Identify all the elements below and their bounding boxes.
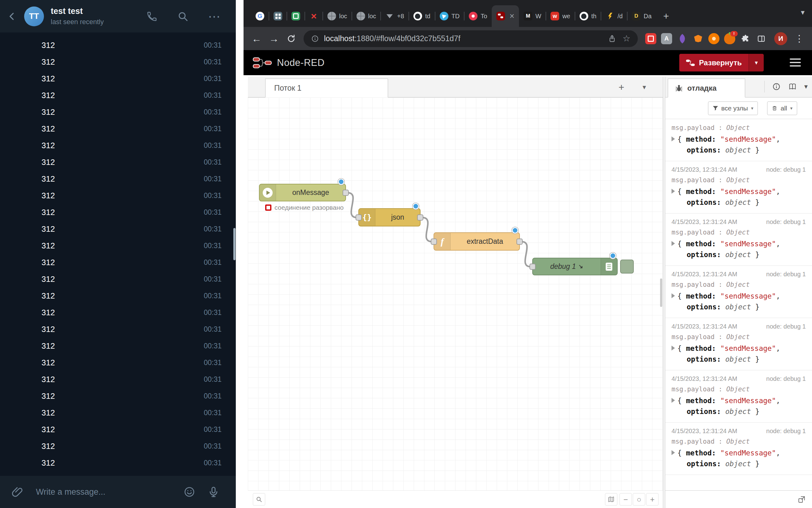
chat-message-row[interactable]: 312 00:31 bbox=[0, 221, 236, 237]
filter-nodes-button[interactable]: все узлы ▾ bbox=[708, 101, 758, 115]
tab-telegram[interactable]: TD bbox=[435, 5, 465, 27]
chat-message-row[interactable]: 312 00:31 bbox=[0, 187, 236, 204]
search-icon[interactable] bbox=[177, 10, 189, 22]
message-input[interactable] bbox=[35, 487, 171, 497]
site-info-icon[interactable] bbox=[311, 35, 319, 43]
chat-message-row[interactable]: 312 00:31 bbox=[0, 405, 236, 421]
forward-button[interactable]: → bbox=[269, 34, 279, 44]
add-flow-button[interactable]: + bbox=[614, 80, 628, 94]
tab-webstorm[interactable]: we bbox=[546, 5, 575, 27]
feather-extension-icon[interactable] bbox=[677, 33, 688, 44]
expand-caret-icon[interactable] bbox=[672, 241, 675, 246]
open-debug-window-icon[interactable] bbox=[798, 495, 806, 503]
debug-message[interactable]: 4/15/2023, 12:31:24 AM node: debug 1 msg… bbox=[665, 161, 812, 213]
chat-message-row[interactable]: 312 00:31 bbox=[0, 287, 236, 304]
chat-peer-info[interactable]: test test last seen recently bbox=[51, 6, 104, 26]
tab-red-x[interactable] bbox=[305, 5, 323, 27]
share-icon[interactable] bbox=[608, 34, 616, 43]
tab-grid-app[interactable] bbox=[269, 5, 287, 27]
output-port[interactable] bbox=[343, 189, 349, 196]
orange-extension-icon[interactable] bbox=[708, 33, 720, 44]
chat-message-row[interactable]: 312 00:31 bbox=[0, 170, 236, 187]
output-port[interactable] bbox=[417, 214, 423, 221]
main-menu-hamburger-icon[interactable] bbox=[790, 58, 801, 67]
navigator-map-button[interactable] bbox=[605, 493, 617, 506]
tab-github-td[interactable]: td bbox=[409, 5, 435, 27]
expand-caret-icon[interactable] bbox=[672, 346, 675, 350]
back-icon[interactable] bbox=[7, 11, 17, 22]
split-screen-icon[interactable] bbox=[756, 33, 767, 44]
tab-search-chevron-icon[interactable]: ▾ bbox=[801, 8, 805, 17]
canvas-scrollbar[interactable] bbox=[660, 279, 662, 307]
chat-message-row[interactable]: 312 00:31 bbox=[0, 87, 236, 103]
input-port[interactable] bbox=[529, 264, 536, 270]
flow-list-caret[interactable]: ▾ bbox=[637, 80, 651, 94]
expand-caret-icon[interactable] bbox=[672, 136, 675, 141]
tab-github-th[interactable]: th bbox=[575, 5, 601, 27]
output-port[interactable] bbox=[516, 239, 523, 245]
tab-mdn[interactable]: W bbox=[519, 5, 546, 27]
chat-message-row[interactable]: 312 00:31 bbox=[0, 103, 236, 120]
deploy-options-caret[interactable]: ▾ bbox=[749, 54, 764, 72]
translate-icon[interactable] bbox=[661, 33, 672, 44]
address-bar[interactable]: localhost:1880/#flow/4bf0d32c7b551d7f ☆ bbox=[304, 30, 638, 47]
pumpkin-extension-icon[interactable]: ! bbox=[724, 33, 735, 44]
back-button[interactable]: ← bbox=[252, 34, 261, 44]
more-menu-icon[interactable]: ⋯ bbox=[208, 10, 220, 23]
tab-red-circle[interactable]: To bbox=[464, 5, 492, 27]
attach-icon[interactable] bbox=[11, 486, 24, 498]
input-port[interactable] bbox=[431, 239, 437, 245]
zoom-out-button[interactable]: − bbox=[619, 493, 632, 506]
tab-darkapp[interactable]: Da bbox=[627, 5, 656, 27]
canvas-search-button[interactable] bbox=[253, 493, 265, 506]
node-onmessage[interactable]: onMessage bbox=[259, 184, 346, 201]
debug-message[interactable]: 4/15/2023, 12:31:24 AM node: debug 1 msg… bbox=[665, 318, 812, 370]
debug-message[interactable]: msg.payload : Object { method: "sendMess… bbox=[665, 119, 812, 161]
expand-caret-icon[interactable] bbox=[672, 398, 675, 403]
chat-message-row[interactable]: 312 00:31 bbox=[0, 70, 236, 87]
flow-tab-active[interactable]: Поток 1 bbox=[265, 79, 388, 97]
chat-message-row[interactable]: 312 00:31 bbox=[0, 237, 236, 254]
chat-message-row[interactable]: 312 00:31 bbox=[0, 371, 236, 388]
debug-enable-toggle[interactable] bbox=[620, 260, 634, 273]
tab-bolt[interactable]: /d bbox=[601, 5, 627, 27]
chat-message-row[interactable]: 312 00:31 bbox=[0, 421, 236, 438]
chat-message-row[interactable]: 312 00:31 bbox=[0, 304, 236, 321]
red-extension-icon[interactable] bbox=[645, 33, 656, 44]
avatar[interactable]: TT bbox=[24, 6, 44, 26]
zoom-in-button[interactable]: + bbox=[646, 493, 658, 506]
zoom-reset-button[interactable]: ○ bbox=[633, 493, 645, 506]
chat-scrollbar[interactable] bbox=[233, 228, 236, 260]
deploy-button[interactable]: Развернуть ▾ bbox=[679, 54, 764, 72]
message-list[interactable]: 312 00:31 312 00:31 312 00:31 312 00:31 … bbox=[0, 33, 236, 476]
chat-message-row[interactable]: 312 00:31 bbox=[0, 137, 236, 154]
flow-canvas[interactable]: onMessage соединение разорвано {} json f… bbox=[248, 97, 663, 491]
expand-caret-icon[interactable] bbox=[672, 450, 675, 455]
chat-message-row[interactable]: 312 00:31 bbox=[0, 338, 236, 354]
new-tab-button[interactable]: + bbox=[659, 9, 674, 24]
chat-message-row[interactable]: 312 00:31 bbox=[0, 388, 236, 405]
node-json[interactable]: {} json bbox=[358, 208, 421, 226]
chat-message-row[interactable]: 312 00:31 bbox=[0, 204, 236, 221]
chat-message-row[interactable]: 312 00:31 bbox=[0, 271, 236, 287]
node-debug[interactable]: debug 1 bbox=[532, 258, 618, 276]
info-tab-icon[interactable] bbox=[772, 82, 781, 91]
debug-message[interactable]: 4/15/2023, 12:31:24 AM node: debug 1 msg… bbox=[665, 370, 812, 423]
microphone-icon[interactable] bbox=[207, 486, 220, 498]
chat-message-row[interactable]: 312 00:31 bbox=[0, 53, 236, 70]
emoji-icon[interactable] bbox=[183, 486, 196, 498]
expand-caret-icon[interactable] bbox=[672, 293, 675, 298]
input-port[interactable] bbox=[355, 214, 362, 221]
tab-overflow-plus8[interactable]: +8 bbox=[381, 5, 409, 27]
sidebar-tabs-caret[interactable]: ▾ bbox=[804, 83, 808, 91]
browser-menu-kebab-icon[interactable]: ⋮ bbox=[795, 34, 804, 43]
chat-message-row[interactable]: 312 00:31 bbox=[0, 37, 236, 53]
tab-nodered-active[interactable]: × bbox=[492, 5, 519, 27]
sidebar-splitter[interactable] bbox=[663, 77, 665, 508]
debug-message[interactable]: 4/15/2023, 12:31:24 AM node: debug 1 msg… bbox=[665, 213, 812, 266]
tab-localhost-1[interactable]: loc bbox=[323, 5, 352, 27]
tab-close-icon[interactable]: × bbox=[509, 12, 514, 20]
debug-message-list[interactable]: msg.payload : Object { method: "sendMess… bbox=[665, 119, 812, 491]
extensions-puzzle-icon[interactable] bbox=[740, 33, 751, 44]
chat-message-row[interactable]: 312 00:31 bbox=[0, 254, 236, 271]
